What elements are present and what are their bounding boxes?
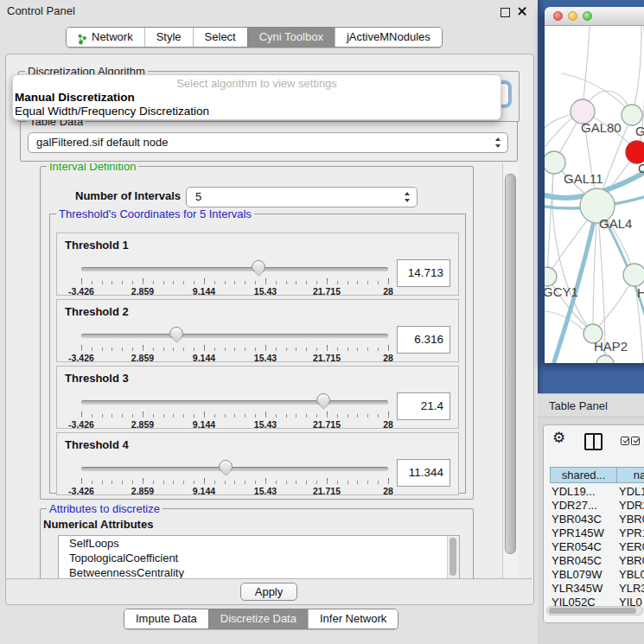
attributes-group-title: Attributes to discretize [47,502,163,515]
threshold-block: Threshold 2-3.4262.8599.14415.4321.71528… [56,299,459,362]
network-node-gal11[interactable] [545,151,565,174]
threshold-block: Threshold 1-3.4262.8599.14415.4321.71528… [56,233,459,296]
cell-name: YBR0 [619,513,644,526]
thresholds-group-title: Threshold's Coordinates for 5 Intervals [56,207,254,220]
cell-shared-name: YDR27... [552,499,617,513]
table-row[interactable]: YDR27...YDR2 [544,499,644,513]
network-node-h[interactable] [623,264,644,286]
table-row[interactable]: YLR345WYLR3 [544,582,644,596]
table-row[interactable]: YBR045CYBR0 [544,554,644,568]
panel-scrollbar-thumb[interactable] [505,174,516,554]
tab-label: Cyni Toolbox [259,28,323,47]
threshold-value-field[interactable]: 6.316 [397,326,450,354]
table-row[interactable]: YIL052CYIL0 [544,596,644,606]
table-row[interactable]: YBR043CYBR0 [544,513,644,526]
threshold-label: Threshold 3 [65,372,129,385]
control-panel-title: Control Panel [7,4,75,17]
slider-thumb[interactable] [169,327,183,338]
network-node-gcy1[interactable] [545,267,557,286]
slider-thumb[interactable] [252,260,265,271]
checkbox-icon[interactable] [631,437,640,445]
table-row[interactable]: YDL19...YDL1 [544,485,644,499]
table-row[interactable]: YER054CYER0 [544,540,644,554]
column-header-name[interactable]: name [616,467,644,483]
number-of-intervals-value: 5 [195,190,201,203]
node-label-hap2: HAP2 [594,339,628,354]
close-icon[interactable] [517,6,527,16]
tab-infer-network[interactable]: Infer Network [308,609,398,628]
threshold-slider: -3.4262.8599.14415.4321.71528 [81,459,388,495]
network-canvas[interactable]: GAL80GACGAL11GAL4GCY1HHAP2 [545,26,644,363]
scale-label: -3.426 [68,353,94,363]
window-zoom-button[interactable] [583,11,592,21]
threshold-label: Threshold 4 [65,438,129,451]
algorithm-option-manual-discretization[interactable]: Manual Discretization [13,91,501,105]
window-close-button[interactable] [553,11,563,21]
slider-thumb[interactable] [219,460,233,471]
network-node-ga[interactable] [622,105,642,125]
screen: Control Panel NetworkStyleSelectCyni Too… [0,0,644,644]
table-panel-title: Table Panel [549,399,608,412]
node-label-gal11: GAL11 [564,171,603,186]
network-node[interactable] [596,355,614,363]
threshold-value-field[interactable]: 21.4 [397,392,450,420]
algorithm-option-equal-width-frequency-discretization[interactable]: Equal Width/Frequency Discretization [13,105,501,118]
network-icon [78,32,87,43]
float-panel-icon[interactable] [501,8,510,17]
threshold-block: Threshold 3-3.4262.8599.14415.4321.71528… [56,366,459,429]
network-view-window: GAL80GACGAL11GAL4GCY1HHAP2 [545,7,644,363]
scale-label: 28 [383,419,393,430]
scale-label: 15.43 [254,486,277,496]
table-hscrollbar-thumb[interactable] [549,608,636,614]
attribute-item-selfloops[interactable]: SelfLoops [59,536,459,551]
tab-label: jActiveMNodules [347,28,430,47]
cyni-mode-tabs: Impute DataDiscretize DataInfer Network [124,609,399,629]
tab-select[interactable]: Select [193,28,247,47]
apply-strip: Apply [6,578,532,604]
column-header-shared-name[interactable]: shared... [550,467,617,483]
node-table: shared... name YDL19...YDL1YDR27...YDR2Y… [544,467,644,606]
number-of-intervals-combobox[interactable]: 5 [186,187,418,207]
tab-impute-data[interactable]: Impute Data [124,609,208,628]
scale-label: 28 [383,286,393,296]
scale-label: -3.426 [68,419,94,430]
table-hscrollbar[interactable] [546,606,643,615]
tab-network[interactable]: Network [67,28,144,47]
table-row[interactable]: YPR145WYPR1 [544,526,644,540]
cell-name: YIL0 [619,596,644,606]
scale-label: 28 [383,486,393,496]
cell-shared-name: YER054C [552,540,617,554]
cell-name: YBR0 [619,554,644,568]
slider-scale-labels: -3.4262.8599.14415.4321.71528 [81,259,388,296]
table-row[interactable]: YBL079WYBL0 [544,568,644,582]
split-columns-icon[interactable] [584,433,603,450]
attributes-scrollbar[interactable] [447,536,459,578]
node-label-ga: GA [635,124,644,138]
threshold-block: Threshold 4-3.4262.8599.14415.4321.71528… [56,432,459,495]
scale-label: 9.144 [193,353,215,363]
attribute-item-topologicalcoefficient[interactable]: TopologicalCoefficient [59,551,459,565]
table-data-combobox[interactable]: galFiltered.sif default node [28,132,508,153]
combo-arrows-icon [405,192,411,202]
gear-icon[interactable]: ⚙ [552,429,565,446]
scale-label: 2.859 [131,286,154,296]
apply-button[interactable]: Apply [240,583,297,601]
threshold-value-field[interactable]: 14.713 [397,259,450,287]
threshold-value-field[interactable]: 11.344 [397,459,450,487]
cell-shared-name: YBL079W [552,568,617,582]
tab-cyni-toolbox[interactable]: Cyni Toolbox [247,28,335,47]
slider-thumb[interactable] [316,393,330,405]
attributes-scrollbar-thumb[interactable] [450,538,456,576]
tab-discretize-data[interactable]: Discretize Data [208,609,308,628]
network-window-titlebar[interactable] [545,7,644,26]
attribute-item-betweennesscentrality[interactable]: BetweennessCentrality [59,565,459,578]
threshold-label: Threshold 1 [65,239,129,252]
window-minimize-button[interactable] [568,11,577,21]
cell-shared-name: YLR345W [552,582,617,596]
tab-style[interactable]: Style [144,28,193,47]
tab-jactivemnodules[interactable]: jActiveMNodules [335,28,442,47]
slider-scale-labels: -3.4262.8599.14415.4321.71528 [81,392,388,429]
panel-scrollbar[interactable] [502,163,518,578]
checkbox-icon[interactable] [621,437,629,445]
node-label-h: H [637,285,644,300]
